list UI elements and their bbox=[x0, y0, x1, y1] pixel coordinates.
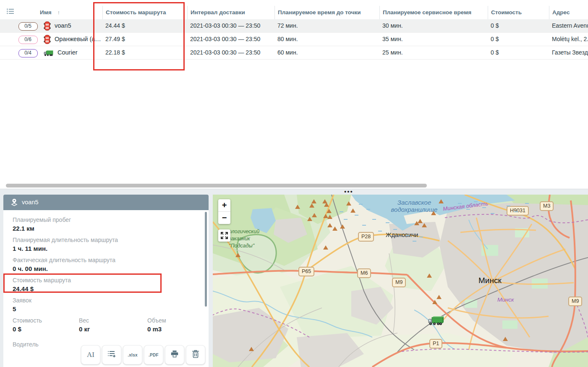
cell-time_to_point: 60 мин. bbox=[274, 46, 379, 59]
landmark-triangle-icon bbox=[436, 295, 442, 299]
field-value: 0 m3 bbox=[147, 325, 166, 333]
marsh-mark bbox=[340, 211, 343, 212]
cell-route_cost: 27.49 $ bbox=[102, 33, 187, 46]
fullscreen-button[interactable] bbox=[218, 229, 230, 242]
panel-field: Планируемый пробег22.1 км bbox=[13, 216, 209, 233]
landmark-triangle-icon bbox=[307, 217, 312, 221]
cell-route_cost: 24.44 $ bbox=[102, 19, 187, 32]
column-header-address[interactable]: Адрес bbox=[549, 6, 588, 19]
name-cell: voan5 bbox=[40, 19, 102, 32]
field-label: Вес bbox=[79, 317, 90, 324]
delete-icon bbox=[191, 349, 200, 360]
splitter-handle[interactable]: ••• bbox=[344, 188, 353, 195]
road-shield-h9031: H9031 bbox=[507, 206, 529, 216]
landmark-triangle-icon bbox=[431, 211, 436, 215]
road-shield-p28: P28 bbox=[358, 232, 374, 242]
cell-route_cost: 22.18 $ bbox=[102, 46, 187, 59]
column-header-time_to_point[interactable]: Планируемое время до точки bbox=[274, 6, 379, 19]
marsh-mark bbox=[366, 209, 370, 210]
panel-field: Заявок5 bbox=[13, 297, 209, 313]
splitter-bar[interactable]: ••• bbox=[0, 189, 588, 195]
panel-inline-field: Стоимость0 $ bbox=[13, 317, 42, 333]
field-value: 5 bbox=[13, 305, 209, 313]
road-shield-m3: M3 bbox=[540, 201, 554, 211]
landmark-triangle-icon bbox=[350, 208, 355, 213]
landmark-triangle-icon bbox=[332, 226, 337, 231]
marsh-mark bbox=[413, 241, 416, 242]
landmark-triangle-icon bbox=[327, 209, 332, 213]
column-header-name[interactable]: Имя↑ bbox=[40, 6, 102, 19]
road-shield-m9: M9 bbox=[568, 297, 582, 306]
map-controls: + − bbox=[218, 199, 230, 242]
routes-table: Имя↑Стоимость маршрутаИнтервал доставкиП… bbox=[0, 0, 588, 189]
landmark-triangle-icon bbox=[323, 245, 328, 250]
vehicle-name: Оранжевый (а… bbox=[55, 36, 101, 42]
column-header-interval[interactable]: Интервал доставки bbox=[187, 6, 274, 19]
landmark-triangle-icon bbox=[422, 223, 427, 227]
print-icon bbox=[170, 349, 179, 360]
landmark-triangle-icon bbox=[439, 199, 444, 203]
table-row[interactable]: 0/5 voan524.44 $2021-03-03 00:30 — 23:50… bbox=[0, 19, 588, 33]
marsh-mark bbox=[466, 209, 470, 210]
field-label: Заявок bbox=[13, 297, 209, 304]
column-header-cost[interactable]: Стоимость bbox=[488, 6, 549, 19]
field-label: Стоимость bbox=[13, 317, 42, 324]
table-menu-cell bbox=[0, 6, 16, 19]
badge-cell: 0/4 bbox=[16, 46, 40, 59]
landmark-triangle-icon bbox=[346, 201, 351, 206]
marsh-mark bbox=[514, 211, 518, 212]
field-value: 0 $ bbox=[13, 325, 42, 333]
marsh-mark bbox=[378, 231, 382, 232]
vehicle-name: Courier bbox=[57, 49, 78, 56]
marsh-mark bbox=[393, 229, 397, 230]
marsh-mark bbox=[507, 206, 510, 206]
table-row[interactable]: 0/6 Оранжевый (а…27.49 $2021-03-03 00:30… bbox=[0, 33, 588, 46]
zoom-out-button[interactable]: − bbox=[218, 212, 230, 224]
map[interactable]: Заславское водохранилищеМинская областьЖ… bbox=[213, 195, 588, 367]
road-shield-p1: P1 bbox=[429, 339, 442, 349]
field-value: 1 ч. 11 мин. bbox=[13, 245, 209, 253]
export-xlsx-button[interactable]: .xlsx bbox=[123, 345, 142, 364]
marsh-mark bbox=[458, 203, 462, 204]
delete-button[interactable] bbox=[186, 345, 205, 364]
field-label: Фактическая длительность маршрута bbox=[13, 257, 209, 263]
panel-inline-field: Вес0 кг bbox=[79, 317, 90, 333]
field-value: 22.1 км bbox=[13, 224, 209, 233]
field-label: Стоимость маршрута bbox=[13, 277, 209, 284]
car-icon bbox=[44, 35, 51, 44]
table-row[interactable]: 0/4 Courier22.18 $2021-03-03 00:30 — 23:… bbox=[0, 46, 588, 60]
column-header-service_time[interactable]: Планируемое сервисное время bbox=[379, 6, 488, 19]
name-cell: Оранжевый (а… bbox=[40, 33, 102, 46]
add-list-button[interactable] bbox=[102, 345, 121, 364]
landmark-triangle-icon bbox=[249, 347, 254, 351]
road-shield-m6: M6 bbox=[357, 268, 371, 278]
route-pin-icon bbox=[10, 198, 18, 208]
bottom-region: voan5 Планируемый пробег22.1 кмПланируем… bbox=[0, 195, 588, 367]
landmark-triangle-icon bbox=[324, 203, 329, 207]
marsh-mark bbox=[419, 237, 423, 237]
marsh-mark bbox=[362, 225, 366, 226]
marsh-mark bbox=[372, 219, 376, 220]
export-pdf-button[interactable]: .PDF bbox=[144, 345, 163, 364]
zoom-in-button[interactable]: + bbox=[218, 199, 230, 212]
cell-service_time: 30 мин. bbox=[379, 19, 488, 32]
print-button[interactable] bbox=[165, 345, 184, 364]
map-vehicle-truck-icon[interactable] bbox=[428, 315, 444, 328]
horizontal-scrollbar[interactable] bbox=[6, 184, 427, 187]
row-menu-cell bbox=[0, 33, 16, 46]
column-header-badge bbox=[16, 6, 40, 19]
vertical-scrollbar[interactable] bbox=[205, 212, 207, 307]
landmark-triangle-icon bbox=[432, 300, 437, 304]
marsh-mark bbox=[355, 215, 358, 216]
text-settings-button[interactable]: AI bbox=[81, 345, 100, 364]
badge-cell: 0/5 bbox=[16, 19, 40, 32]
panel-header[interactable]: voan5 bbox=[3, 195, 209, 210]
list-menu-icon[interactable] bbox=[7, 9, 14, 16]
add-list-icon bbox=[107, 349, 116, 360]
badge-cell: 0/6 bbox=[16, 33, 40, 46]
cell-cost: 0 $ bbox=[488, 46, 549, 59]
column-header-route_cost[interactable]: Стоимость маршрута bbox=[102, 6, 187, 19]
field-label: Объем bbox=[147, 317, 166, 324]
name-cell: Courier bbox=[40, 46, 102, 59]
landmark-triangle-icon bbox=[312, 213, 317, 217]
